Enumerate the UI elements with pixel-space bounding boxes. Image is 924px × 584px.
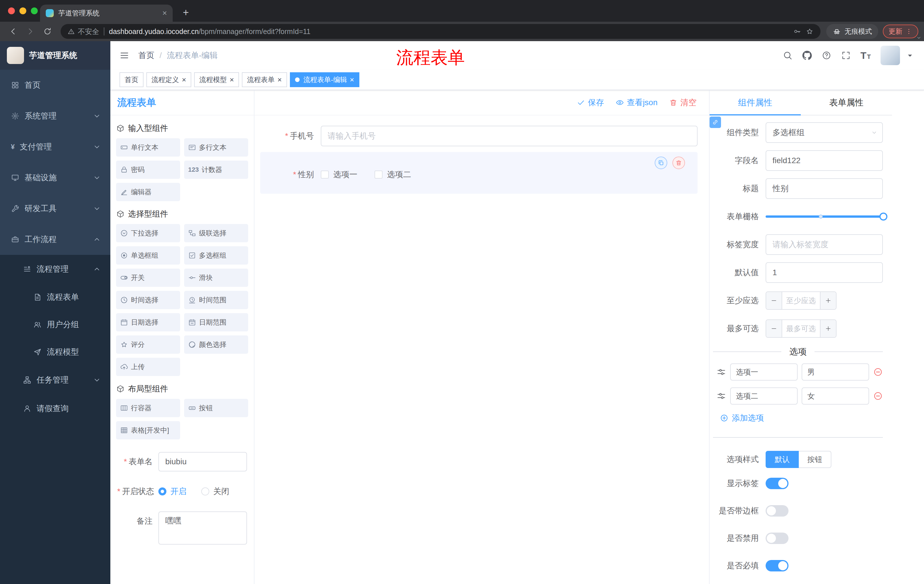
remove-option-button[interactable]: [873, 391, 883, 401]
copy-field-button[interactable]: [655, 156, 667, 169]
security-status[interactable]: 不安全: [68, 27, 99, 36]
palette-item-单行文本[interactable]: 单行文本: [116, 138, 180, 156]
palette-item-日期选择[interactable]: 日期选择: [116, 313, 180, 331]
browser-tab[interactable]: 芋道管理系统 ×: [40, 5, 173, 22]
forward-icon[interactable]: [23, 24, 38, 39]
sidebar-item-process-form[interactable]: 流程表单: [0, 283, 111, 311]
component-type-select[interactable]: 多选框组: [766, 122, 883, 143]
min-select-input[interactable]: [782, 292, 820, 309]
palette-item-按钮[interactable]: 按钮: [184, 399, 248, 417]
back-icon[interactable]: [6, 24, 21, 39]
help-icon[interactable]: [822, 51, 832, 60]
palette-item-密码[interactable]: 密码: [116, 161, 180, 179]
sidebar-item-user-group[interactable]: 用户分组: [0, 311, 111, 338]
sidebar-item-process-manage[interactable]: 流程管理: [0, 255, 111, 283]
sidebar-item-system[interactable]: 系统管理: [0, 100, 111, 132]
link-icon[interactable]: [710, 117, 721, 128]
slider-handle[interactable]: [879, 212, 888, 220]
drag-handle-icon[interactable]: [716, 367, 726, 377]
phone-input[interactable]: [321, 126, 698, 146]
canvas-field-phone[interactable]: 手机号: [260, 126, 698, 146]
toggle-是否带边框[interactable]: [766, 505, 789, 517]
style-button-button[interactable]: 按钮: [799, 451, 832, 468]
hamburger-icon[interactable]: [119, 51, 129, 60]
slider-track[interactable]: [766, 216, 883, 218]
tab-close-icon[interactable]: ×: [162, 8, 167, 18]
palette-item-评分[interactable]: 评分: [116, 336, 180, 354]
title-input[interactable]: [766, 178, 883, 199]
search-icon[interactable]: [783, 51, 792, 60]
minimize-window-button[interactable]: [20, 7, 26, 14]
tag-close-icon[interactable]: ×: [182, 76, 186, 84]
zoom-window-button[interactable]: [31, 7, 38, 14]
tag-close-icon[interactable]: ×: [350, 76, 354, 84]
sidebar-item-home[interactable]: 首页: [0, 70, 111, 100]
gender-option-1[interactable]: 选项一: [321, 169, 357, 180]
gender-option-2[interactable]: 选项二: [375, 169, 411, 180]
update-button[interactable]: 更新: [883, 25, 918, 38]
option-label-input[interactable]: [730, 387, 798, 405]
breadcrumb-home[interactable]: 首页: [139, 50, 154, 61]
tag-流程定义[interactable]: 流程定义×: [146, 72, 191, 87]
tag-流程表单[interactable]: 流程表单×: [242, 72, 287, 87]
palette-item-多选框组[interactable]: 多选框组: [184, 246, 248, 265]
palette-item-多行文本[interactable]: 多行文本: [184, 138, 248, 156]
reload-icon[interactable]: [40, 24, 55, 39]
url-bar[interactable]: 不安全 dashboard.yudao.iocoder.cn/bpm/manag…: [61, 24, 820, 39]
decrease-button[interactable]: [766, 320, 782, 337]
radio-open[interactable]: 开启: [158, 486, 186, 497]
toggle-是否必填[interactable]: [766, 560, 789, 571]
toolbar-caret-icon[interactable]: [916, 35, 922, 41]
sidebar-item-infra[interactable]: 基础设施: [0, 162, 111, 193]
tag-close-icon[interactable]: ×: [277, 76, 282, 84]
option-label-input[interactable]: [730, 364, 798, 380]
tag-流程表单-编辑[interactable]: 流程表单-编辑×: [290, 72, 360, 87]
font-size-icon[interactable]: TT: [861, 51, 871, 60]
github-icon[interactable]: [802, 51, 812, 60]
bookmark-star-icon[interactable]: [806, 28, 813, 35]
canvas-field-gender[interactable]: 性别 选项一 选项二: [260, 152, 698, 194]
max-select-input[interactable]: [782, 320, 820, 337]
tab-form-props[interactable]: 表单属性: [801, 90, 892, 115]
palette-item-日期范围[interactable]: 日期范围: [184, 313, 248, 331]
field-name-input[interactable]: [766, 150, 883, 171]
sidebar-item-payment[interactable]: ¥支付管理: [0, 132, 111, 162]
checkbox-icon[interactable]: [375, 171, 383, 179]
browser-menu-icon[interactable]: [905, 28, 912, 35]
palette-item-编辑器[interactable]: 编辑器: [116, 183, 180, 201]
palette-item-下拉选择[interactable]: 下拉选择: [116, 224, 180, 242]
label-width-input[interactable]: [766, 234, 883, 255]
remove-option-button[interactable]: [873, 367, 883, 377]
palette-item-时间选择[interactable]: 时间选择: [116, 291, 180, 309]
form-name-input[interactable]: [158, 452, 247, 471]
palette-item-时间范围[interactable]: 时间范围: [184, 291, 248, 309]
checkbox-icon[interactable]: [321, 171, 329, 179]
palette-item-滑块[interactable]: 滑块: [184, 268, 248, 287]
sidebar-item-devtools[interactable]: 研发工具: [0, 193, 111, 224]
add-option-button[interactable]: 添加选项: [720, 413, 764, 423]
sidebar-item-leave-query[interactable]: 请假查询: [0, 394, 111, 423]
grid-slider[interactable]: [766, 206, 883, 227]
toggle-显示标签[interactable]: [766, 478, 789, 489]
style-default-button[interactable]: 默认: [766, 451, 799, 468]
tag-close-icon[interactable]: ×: [229, 76, 234, 84]
sidebar-item-process-model[interactable]: 流程模型: [0, 338, 111, 366]
tab-component-props[interactable]: 组件属性: [710, 90, 801, 115]
palette-item-单选框组[interactable]: 单选框组: [116, 246, 180, 265]
tag-流程模型[interactable]: 流程模型×: [194, 72, 239, 87]
new-tab-button[interactable]: +: [178, 5, 193, 20]
decrease-button[interactable]: [766, 292, 782, 309]
palette-item-上传[interactable]: 上传: [116, 358, 180, 376]
option-value-input[interactable]: [802, 387, 869, 405]
view-json-button[interactable]: 查看json: [615, 97, 658, 108]
drag-handle-icon[interactable]: [716, 391, 726, 401]
default-value-input[interactable]: [766, 262, 883, 283]
sidebar-item-workflow[interactable]: 工作流程: [0, 224, 111, 255]
save-button[interactable]: 保存: [577, 97, 604, 108]
avatar[interactable]: [881, 46, 900, 65]
palette-item-计数器[interactable]: 123计数器: [184, 161, 248, 179]
clear-button[interactable]: 清空: [669, 97, 696, 108]
fullscreen-icon[interactable]: [841, 51, 851, 60]
palette-item-行容器[interactable]: 行容器: [116, 399, 180, 417]
palette-item-开关[interactable]: 开关: [116, 268, 180, 287]
